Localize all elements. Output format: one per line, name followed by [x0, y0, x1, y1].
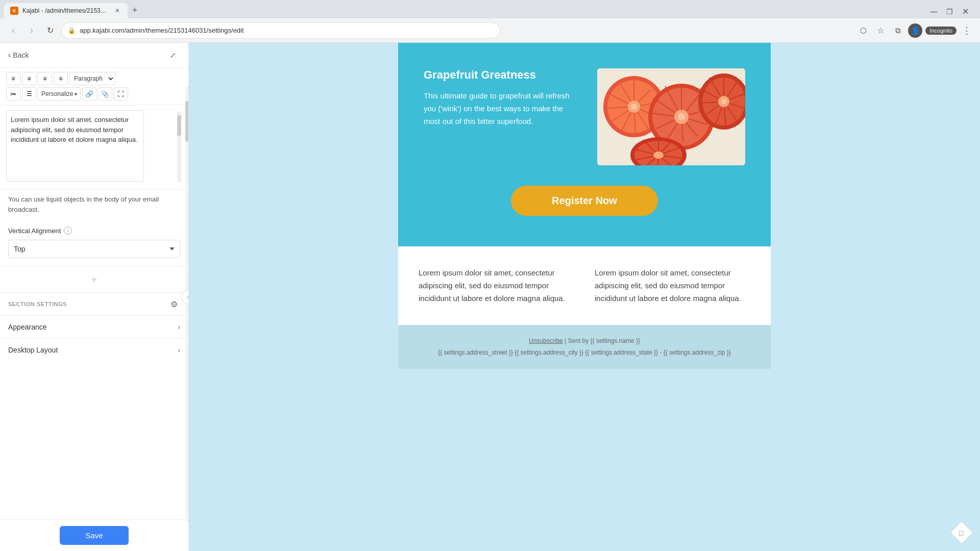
email-footer: Unsubscribe | Sent by {{ settings.name }… [398, 325, 771, 369]
settings-gear-icon[interactable]: ⚙ [168, 298, 180, 310]
align-justify-button[interactable]: ≡ [54, 72, 68, 85]
grapefruit-illustration [597, 68, 745, 165]
panel-scrollbar[interactable] [185, 86, 188, 522]
fullscreen-button[interactable]: ⛶ [114, 87, 128, 101]
panel-header: ‹ Back ⤢ [0, 43, 188, 68]
cursor-position-area: ✛ [0, 267, 188, 292]
active-tab[interactable]: K Kajabi - /admin/themes/21531460... ✕ [4, 3, 128, 18]
close-window-button[interactable]: ✕ [959, 8, 972, 16]
align-center-button[interactable]: ≡ [22, 72, 36, 85]
desktop-layout-label: Desktop Layout [8, 346, 58, 354]
hero-title: Grapefruit Greatness [424, 68, 582, 82]
main-layout: ‹ Back ⤢ ≡ ≡ ≡ ≡ Paragraph ≔ [0, 43, 980, 551]
desktop-layout-chevron-icon: › [178, 346, 180, 354]
expand-icon[interactable]: ⤢ [166, 48, 180, 62]
back-button[interactable]: ‹ Back [8, 51, 29, 60]
incognito-label: Incognito [925, 27, 957, 35]
footer-line-2: {{ settings.address_street }} {{ setting… [419, 347, 750, 359]
save-button[interactable]: Save [60, 526, 128, 545]
appearance-label: Appearance [8, 323, 47, 331]
preview-area: Grapefruit Greatness This ultimate guide… [189, 43, 980, 551]
vertical-alignment-section: Vertical Alignment i Top Middle Bottom [0, 221, 188, 267]
lock-icon: 🔒 [68, 27, 76, 34]
panel-scroll-content: ≡ ≡ ≡ ≡ Paragraph ≔ ☰ Personalize ▾ 🔗 [0, 68, 188, 519]
appearance-section: Appearance › [0, 315, 188, 338]
hero-section: Grapefruit Greatness This ultimate guide… [398, 43, 771, 246]
browser-chrome: K Kajabi - /admin/themes/21531460... ✕ +… [0, 0, 980, 43]
back-label: Back [13, 51, 29, 59]
toolbar-icons: ⬡ ☆ ⧉ 👤 Incognito ⋮ [856, 23, 974, 38]
address-bar[interactable]: 🔒 app.kajabi.com/admin/themes/2153146031… [61, 22, 500, 39]
tab-favicon: K [10, 7, 18, 15]
desktop-layout-section: Desktop Layout › [0, 338, 188, 361]
paragraph-select[interactable]: Paragraph [69, 72, 115, 85]
bookmark-icon[interactable]: ☆ [873, 23, 888, 38]
column-1-text: Lorem ipsum dolor sit amet, consectetur … [419, 267, 574, 305]
hero-image [597, 68, 745, 165]
column-2-text: Lorem ipsum dolor sit amet, consectetur … [595, 267, 750, 305]
va-label-text: Vertical Alignment [8, 227, 61, 235]
svg-point-8 [678, 113, 685, 120]
section-settings-header: SECTION SETTINGS ⚙ [0, 292, 188, 315]
text-area-wrapper: Lorem ipsum dolor sit amet, consectetur … [0, 105, 188, 189]
email-preview: Grapefruit Greatness This ultimate guide… [398, 43, 771, 369]
extensions-icon[interactable]: ⧉ [891, 23, 905, 38]
left-panel: ‹ Back ⤢ ≡ ≡ ≡ ≡ Paragraph ≔ [0, 43, 189, 551]
menu-icon[interactable]: ⋮ [960, 23, 974, 38]
minimize-button[interactable]: ─ [927, 7, 940, 16]
liquid-info-text: You can use liquid objects in the body o… [8, 195, 159, 213]
restore-button[interactable]: ❐ [943, 8, 956, 15]
tab-bar: K Kajabi - /admin/themes/21531460... ✕ +… [0, 0, 980, 18]
appearance-chevron-icon: › [178, 323, 180, 331]
hero-description: This ultimate guide to grapefruit will r… [424, 90, 582, 128]
panel-footer: Save [0, 519, 188, 551]
two-column-section: Lorem ipsum dolor sit amet, consectetur … [398, 246, 771, 325]
cursor-icon: ✛ [91, 276, 97, 284]
liquid-info: You can use liquid objects in the body o… [0, 189, 188, 221]
va-info-icon[interactable]: i [64, 227, 72, 235]
desktop-layout-header[interactable]: Desktop Layout › [0, 339, 188, 361]
cast-icon[interactable]: ⬡ [856, 23, 870, 38]
footer-separator: | Sent by {{ settings.name }} [565, 337, 640, 344]
link-button[interactable]: 🔗 [82, 87, 96, 101]
toolbar-row-2: ≔ ☰ Personalize ▾ 🔗 📎 ⛶ [6, 87, 182, 103]
tab-close-icon[interactable]: ✕ [113, 7, 121, 15]
textarea-scrollbar[interactable] [177, 111, 181, 183]
window-controls: ─ ❐ ✕ [927, 7, 976, 18]
footer-line-1: Unsubscribe | Sent by {{ settings.name }… [419, 335, 750, 347]
content-textarea[interactable]: Lorem ipsum dolor sit amet, consectetur … [6, 110, 144, 182]
forward-nav-button[interactable]: › [24, 23, 39, 38]
hero-content-row: Grapefruit Greatness This ultimate guide… [424, 68, 745, 165]
attachment-button[interactable]: 📎 [98, 87, 112, 101]
personalize-button[interactable]: Personalize ▾ [38, 87, 81, 101]
reload-button[interactable]: ↻ [43, 23, 57, 38]
url-text: app.kajabi.com/admin/themes/2153146031/s… [80, 27, 244, 34]
back-nav-button[interactable]: ‹ [6, 23, 20, 38]
section-settings-label: SECTION SETTINGS [8, 301, 67, 307]
ordered-list-button[interactable]: ☰ [22, 87, 36, 101]
new-tab-button[interactable]: + [128, 3, 142, 17]
back-arrow-icon: ‹ [8, 51, 11, 60]
toolbar-row-1: ≡ ≡ ≡ ≡ Paragraph [6, 72, 182, 85]
tab-title: Kajabi - /admin/themes/21531460... [22, 7, 109, 14]
textarea-scroll-thumb [177, 115, 181, 136]
svg-point-15 [653, 152, 664, 159]
svg-point-4 [631, 104, 637, 110]
align-left-button[interactable]: ≡ [6, 72, 20, 85]
va-label-row: Vertical Alignment i [8, 227, 180, 235]
align-right-button[interactable]: ≡ [38, 72, 52, 85]
svg-point-12 [721, 99, 726, 104]
unsubscribe-link[interactable]: Unsubscribe [529, 337, 563, 344]
hero-text-block: Grapefruit Greatness This ultimate guide… [424, 68, 582, 128]
unordered-list-button[interactable]: ≔ [6, 87, 20, 101]
appearance-header[interactable]: Appearance › [0, 316, 188, 338]
register-now-button[interactable]: Register Now [511, 186, 658, 216]
vertical-alignment-select[interactable]: Top Middle Bottom [8, 240, 180, 258]
address-bar-row: ‹ › ↻ 🔒 app.kajabi.com/admin/themes/2153… [0, 18, 980, 43]
incognito-avatar[interactable]: 👤 [908, 23, 922, 38]
toolbar-section: ≡ ≡ ≡ ≡ Paragraph ≔ ☰ Personalize ▾ 🔗 [0, 68, 188, 105]
panel-scroll-thumb [185, 101, 188, 142]
